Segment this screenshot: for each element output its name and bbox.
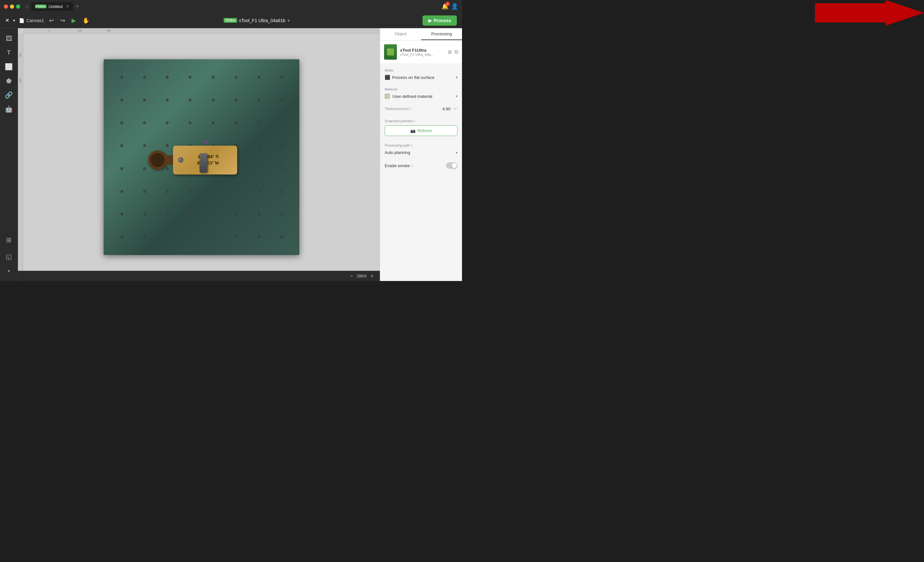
device-selector[interactable]: FlUltra xTool_F1 Ultra_04a61b ▾ <box>224 18 290 23</box>
bolt-cell <box>224 203 247 226</box>
refresh-label: Refresh <box>417 128 432 133</box>
process-button[interactable]: ▶ Process <box>423 15 457 25</box>
canvas-content: 41.9484° N 87.6553° W <box>23 33 380 281</box>
bolt-hole <box>120 168 123 170</box>
zoom-in-button[interactable]: + <box>369 273 375 279</box>
sidebar-item-link[interactable]: 🔗 <box>3 88 15 101</box>
bolt-hole <box>257 236 260 238</box>
zoom-out-button[interactable]: − <box>349 273 354 279</box>
bolt-hole <box>143 190 146 193</box>
sidebar-item-dot[interactable]: ● <box>3 264 15 277</box>
chevron-down-icon[interactable]: ▾ <box>13 18 15 23</box>
bolt-cell <box>270 157 293 180</box>
bolt-cell <box>201 66 224 88</box>
snapshot-header: Snapshot preview ℹ <box>385 119 458 123</box>
bolt-hole <box>189 213 191 216</box>
process-play-icon: ▶ <box>428 18 432 23</box>
processing-path-info-icon[interactable]: ℹ <box>411 143 412 147</box>
material-chevron-icon: ▾ <box>456 94 458 99</box>
evade-row: Evade smoke ℹ <box>385 162 458 169</box>
sidebar-item-text[interactable]: T <box>3 46 15 59</box>
bolt-cell <box>133 226 156 249</box>
bolt-hole <box>120 190 123 193</box>
evade-smoke-section: Evade smoke ℹ <box>380 158 462 172</box>
ruler-mark-200: 200 <box>106 29 111 32</box>
redo-icon[interactable]: ↪ <box>59 16 66 25</box>
camera-icon: 📷 <box>410 128 416 133</box>
tab-untitled[interactable]: FlUltra Untitled ✕ <box>31 2 73 11</box>
bolt-hole <box>166 76 168 79</box>
sidebar-item-image[interactable]: 🖼 <box>3 32 15 45</box>
canvas-label[interactable]: Canvas1 <box>26 18 44 23</box>
bolt-cell <box>224 180 247 203</box>
fullscreen-traffic-light[interactable] <box>16 4 20 9</box>
minimize-traffic-light[interactable] <box>10 4 14 9</box>
bolt-hole <box>143 168 146 170</box>
close-x-button[interactable]: ✕ <box>5 17 9 23</box>
bolt-cell <box>224 66 247 88</box>
material-swatch <box>385 94 390 99</box>
sidebar-item-pen[interactable]: ⬟ <box>3 74 15 87</box>
user-icon[interactable]: 👤 <box>451 3 458 10</box>
home-icon[interactable]: ⌂ <box>26 3 28 9</box>
bolt-hole <box>143 144 146 147</box>
workpiece: 41.9484° N 87.6553° W <box>104 59 299 255</box>
bolt-hole <box>189 236 191 238</box>
device-settings-icon[interactable]: ⚙ <box>448 49 452 55</box>
close-traffic-light[interactable] <box>4 4 8 9</box>
material-selector[interactable]: User-defined material ▾ <box>385 94 458 99</box>
refresh-button[interactable]: 📷 Refresh <box>385 126 458 136</box>
bolt-cell <box>270 226 293 249</box>
bolt-hole <box>212 99 214 101</box>
bolt-cell <box>179 88 201 111</box>
device-copy-icon[interactable]: ⧉ <box>454 49 458 55</box>
bolt-cell <box>156 203 179 226</box>
bolt-hole <box>257 121 260 124</box>
canvas-area[interactable]: 0 100 200 100 200 <box>18 28 380 281</box>
path-row[interactable]: Auto planning ▾ <box>385 150 458 155</box>
right-panel: Object Processing 🟩 xTool F1Ultra xTool_… <box>380 28 462 281</box>
mode-label: Mode <box>385 68 458 72</box>
bolt-cell <box>248 226 270 249</box>
evade-smoke-info-icon[interactable]: ℹ <box>411 163 412 168</box>
bolt-cell <box>156 66 179 88</box>
snapshot-info-icon[interactable]: ℹ <box>414 119 415 123</box>
bolt-hole <box>280 121 283 124</box>
traffic-lights <box>4 4 20 9</box>
keyring <box>148 150 167 170</box>
bolt-hole <box>189 121 191 124</box>
bolt-hole <box>257 213 260 216</box>
snapshot-label: Snapshot preview ℹ <box>385 119 415 123</box>
ruler-vertical: 100 200 <box>18 33 23 281</box>
bolt-hole <box>280 76 283 79</box>
tab-object[interactable]: Object <box>380 28 421 40</box>
bolt-hole <box>280 213 283 216</box>
evade-smoke-toggle[interactable] <box>446 162 458 169</box>
device-display-name: xTool F1Ultra <box>400 48 444 52</box>
bolt-cell <box>110 134 133 157</box>
bolt-cell <box>110 66 133 88</box>
bolt-cell <box>270 203 293 226</box>
bolt-cell <box>270 66 293 88</box>
bolt-cell <box>270 112 293 134</box>
thickness-info-icon[interactable]: ℹ <box>410 107 411 111</box>
sidebar-item-shape[interactable]: ⬜ <box>3 60 15 73</box>
bolt-cell <box>248 112 270 134</box>
toggle-knob <box>452 163 457 168</box>
play-icon[interactable]: ▶ <box>70 16 77 25</box>
undo-icon[interactable]: ↩ <box>48 16 55 25</box>
sidebar-item-grid[interactable]: ⊞ <box>3 234 15 246</box>
mode-selector[interactable]: ⬛ Process on flat surface ▾ <box>385 75 458 80</box>
snapshot-section: Snapshot preview ℹ 📷 Refresh <box>380 114 462 139</box>
add-tab-button[interactable]: + <box>74 3 80 10</box>
tab-close-icon[interactable]: ✕ <box>66 4 69 9</box>
thickness-edit-icon[interactable]: ✏ <box>454 106 458 111</box>
bolt-cell <box>110 112 133 134</box>
bolt-hole <box>234 236 237 238</box>
hand-tool-icon[interactable]: ✋ <box>81 16 91 25</box>
bolt-hole <box>166 236 168 238</box>
sidebar-item-ai[interactable]: 🤖 <box>3 103 15 115</box>
bolt-cell <box>179 226 201 249</box>
sidebar-item-layers[interactable]: ◱ <box>3 250 15 263</box>
tab-processing[interactable]: Processing <box>421 28 462 40</box>
